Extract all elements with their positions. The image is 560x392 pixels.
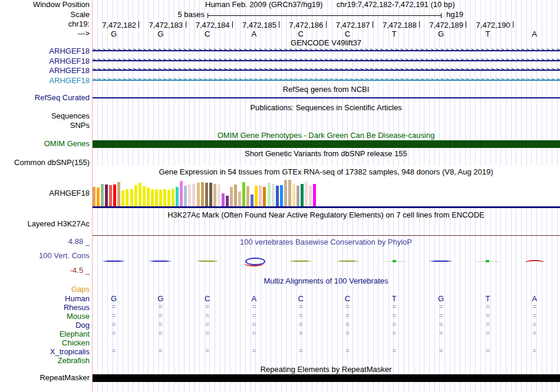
phylop-olive-segment[interactable] <box>289 261 312 262</box>
gencode-gene-label[interactable]: ARHGEF18 <box>0 57 90 65</box>
gtex-tissue-bar[interactable] <box>126 189 129 206</box>
gtex-tissue-bar[interactable] <box>113 185 116 206</box>
phylop-track-label[interactable]: 100 Vert. Cons <box>0 252 90 260</box>
multiz-species-label[interactable]: Mouse <box>0 312 90 321</box>
omim-genes-label[interactable]: OMIM Genes <box>0 140 90 148</box>
phylop-positive-dot[interactable] <box>393 260 396 262</box>
gtex-tissue-bar[interactable] <box>301 184 304 206</box>
multiz-gaps-label[interactable]: Gaps <box>0 285 90 294</box>
gtex-tissue-bar[interactable] <box>226 196 229 206</box>
h3k27ac-label[interactable]: Layered H3K27Ac <box>0 220 90 228</box>
gtex-tissue-bar[interactable] <box>234 185 237 206</box>
gtex-tissue-bar[interactable] <box>305 182 308 206</box>
gencode-gene-label[interactable]: ARHGEF18 <box>0 76 90 85</box>
gtex-tissue-bar[interactable] <box>167 190 170 206</box>
gtex-tissue-bar[interactable] <box>218 185 220 206</box>
common-dbsnp-label[interactable]: Common dbSNP(155) <box>0 159 90 167</box>
gtex-tissue-bar[interactable] <box>280 185 283 206</box>
phylop-positive-dot[interactable] <box>486 260 489 262</box>
gtex-tissue-bar[interactable] <box>130 189 133 206</box>
gtex-tissue-bar[interactable] <box>288 180 291 206</box>
gtex-tissue-bar[interactable] <box>143 186 146 206</box>
gtex-tissue-bar[interactable] <box>222 193 225 206</box>
gtex-tissue-bar[interactable] <box>246 186 249 206</box>
gtex-tissue-bar[interactable] <box>313 184 316 206</box>
gtex-tissue-bar[interactable] <box>238 192 241 206</box>
refseq-curated-label[interactable]: RefSeq Curated <box>0 94 90 102</box>
multiz-align-mark: = <box>344 312 352 319</box>
phylop-olive-segment[interactable] <box>196 261 219 262</box>
h3k27ac-baseline[interactable] <box>93 235 560 236</box>
gtex-tissue-bar[interactable] <box>163 189 166 206</box>
gtex-tissue-bar[interactable] <box>93 187 95 206</box>
gtex-baseline <box>93 206 560 208</box>
gtex-tissue-bar[interactable] <box>180 181 183 206</box>
phylop-blue-segment[interactable] <box>102 261 126 262</box>
gtex-tissue-bar[interactable] <box>151 189 154 206</box>
gtex-gene-label[interactable]: ARHGEF18 <box>0 189 90 197</box>
gtex-tissue-bar[interactable] <box>101 184 104 206</box>
gtex-tissue-bar[interactable] <box>309 186 312 206</box>
phylop-blue-segment[interactable] <box>429 261 453 262</box>
phylop-title: 100 vertebrates Basewise Conservation by… <box>93 238 559 246</box>
gtex-tissue-bar[interactable] <box>97 187 100 206</box>
gtex-tissue-bar[interactable] <box>259 186 262 206</box>
gtex-tissue-bar[interactable] <box>172 189 174 206</box>
multiz-species-label[interactable]: Rhesus <box>0 303 90 312</box>
multiz-align-mark: = <box>483 304 492 310</box>
gtex-tissue-bar[interactable] <box>192 184 195 206</box>
reference-base: G <box>435 29 447 38</box>
gtex-tissue-bar[interactable] <box>242 182 245 206</box>
multiz-species-label[interactable]: Chicken <box>0 338 90 347</box>
multiz-species-label[interactable]: Zebrafish <box>0 356 90 365</box>
gtex-tissue-bar[interactable] <box>159 190 162 206</box>
gtex-tissue-bar[interactable] <box>213 184 216 206</box>
gtex-tissue-bar[interactable] <box>105 185 108 206</box>
gtex-tissue-bar[interactable] <box>188 185 191 206</box>
multiz-species-label[interactable]: X_tropicalis <box>0 347 90 356</box>
phylop-olive-segment[interactable] <box>336 261 360 262</box>
gtex-tissue-bar[interactable] <box>268 183 271 206</box>
gtex-tissue-bar[interactable] <box>230 187 233 206</box>
multiz-align-mark: = <box>110 330 118 337</box>
gencode-gene-label[interactable]: ARHGEF18 <box>0 66 90 75</box>
gtex-tissue-bar[interactable] <box>297 186 299 206</box>
gtex-tissue-bar[interactable] <box>197 183 200 206</box>
gtex-tissue-bar[interactable] <box>139 183 141 206</box>
phylop-blue-segment[interactable] <box>149 261 172 262</box>
multiz-species-label[interactable]: Elephant <box>0 330 90 338</box>
gtex-tissue-bar[interactable] <box>251 195 253 206</box>
gtex-tissue-bar[interactable] <box>201 182 204 206</box>
gtex-tissue-bar[interactable] <box>117 182 120 206</box>
gtex-tissue-bar[interactable] <box>121 190 124 206</box>
gtex-tissue-bar[interactable] <box>184 186 187 206</box>
gtex-tissue-bar[interactable] <box>109 185 112 206</box>
transcript-strand-arrows: >>>>>>>>>>>>>>>>>>>>>>>>>>>>>>>>>>>>>>>>… <box>93 57 560 64</box>
gtex-tissue-bar[interactable] <box>209 183 212 206</box>
refseq-gene-line[interactable] <box>93 97 560 98</box>
repeatmasker-bar[interactable] <box>93 374 560 382</box>
phylop-negative-arc[interactable] <box>244 261 264 266</box>
gtex-tissue-bar[interactable] <box>272 184 275 206</box>
gtex-tissue-bar[interactable] <box>155 189 158 206</box>
multiz-align-mark: = <box>250 348 258 354</box>
window-position-title: Human Feb. 2009 (GRCh37/hg19) chr19:7,47… <box>205 1 455 9</box>
gtex-tissue-bar[interactable] <box>255 186 258 206</box>
omim-gene-bar[interactable] <box>93 140 560 148</box>
multiz-align-mark: = <box>110 312 118 319</box>
repeatmasker-label[interactable]: RepeatMasker <box>0 374 90 382</box>
multiz-species-label[interactable]: Dog <box>0 321 90 330</box>
gtex-tissue-bar[interactable] <box>147 187 150 206</box>
gtex-tissue-bar[interactable] <box>276 186 279 206</box>
gtex-tissue-bar[interactable] <box>263 187 266 206</box>
gtex-tissue-bar[interactable] <box>284 180 287 206</box>
multiz-species-label[interactable]: Human <box>0 294 90 303</box>
gtex-tissue-bar[interactable] <box>205 183 208 206</box>
gtex-tissue-bar[interactable] <box>134 185 137 206</box>
gtex-tissue-bar[interactable] <box>292 185 295 206</box>
phylop-negative-segment[interactable] <box>525 260 544 265</box>
publications-snps-label[interactable]: SNPs <box>0 121 90 130</box>
gtex-tissue-bar[interactable] <box>176 187 179 206</box>
publications-sequences-label[interactable]: Sequences <box>0 112 90 120</box>
gencode-gene-label[interactable]: ARHGEF18 <box>0 47 90 55</box>
